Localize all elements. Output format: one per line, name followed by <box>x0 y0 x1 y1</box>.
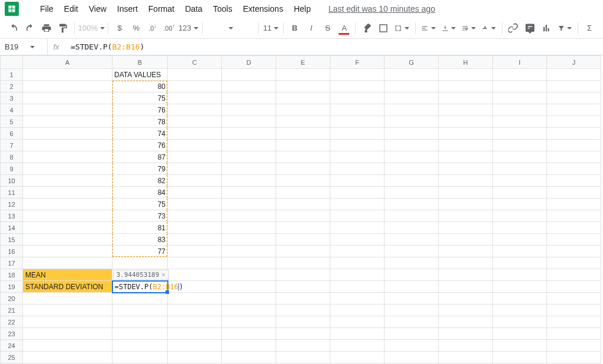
row-header-10[interactable]: 10 <box>1 175 23 187</box>
cell-E20[interactable] <box>276 293 330 305</box>
cell-J19[interactable] <box>547 281 601 293</box>
cell-C3[interactable] <box>168 92 222 104</box>
text-color-button[interactable]: A <box>336 21 352 36</box>
column-header-J[interactable]: J <box>547 56 601 69</box>
cell-C11[interactable] <box>168 187 222 198</box>
cell-A5[interactable] <box>23 116 112 128</box>
cell-A2[interactable] <box>23 81 112 92</box>
cell-D25[interactable] <box>222 352 276 363</box>
insert-link-button[interactable] <box>506 21 521 36</box>
cell-F21[interactable] <box>330 305 385 316</box>
cell-F16[interactable] <box>330 246 385 257</box>
cell-J7[interactable] <box>547 140 601 151</box>
menu-data[interactable]: Data <box>180 2 207 16</box>
column-header-A[interactable]: A <box>23 56 112 69</box>
cell-B9[interactable]: 79 <box>112 163 168 175</box>
cell-J20[interactable] <box>547 293 601 305</box>
cell-I19[interactable] <box>493 281 547 293</box>
cell-I1[interactable] <box>493 69 547 81</box>
cell-E22[interactable] <box>276 316 330 328</box>
cell-G3[interactable] <box>385 92 439 104</box>
cell-G21[interactable] <box>385 305 439 316</box>
insert-comment-button[interactable] <box>522 21 538 36</box>
row-header-22[interactable]: 22 <box>1 316 23 328</box>
cell-J12[interactable] <box>547 198 601 210</box>
cell-G17[interactable] <box>385 257 439 269</box>
cell-I3[interactable] <box>493 92 547 104</box>
cell-C16[interactable] <box>168 246 222 257</box>
merge-cells-button[interactable] <box>392 21 411 36</box>
cell-G18[interactable] <box>385 269 439 281</box>
cell-D6[interactable] <box>222 128 276 140</box>
cell-H1[interactable] <box>439 69 493 81</box>
cell-C5[interactable] <box>168 116 222 128</box>
cell-J10[interactable] <box>547 175 601 187</box>
cell-H7[interactable] <box>439 140 493 151</box>
cell-E18[interactable] <box>276 269 330 281</box>
cell-J6[interactable] <box>547 128 601 140</box>
more-formats-select[interactable]: 123 <box>178 21 198 36</box>
cell-B17[interactable] <box>112 257 168 269</box>
cell-F15[interactable] <box>330 234 385 246</box>
cell-I10[interactable] <box>493 175 547 187</box>
cell-J22[interactable] <box>547 316 601 328</box>
cell-G20[interactable] <box>385 293 439 305</box>
cell-C4[interactable] <box>168 104 222 116</box>
menu-help[interactable]: Help <box>289 2 316 16</box>
cell-G23[interactable] <box>385 328 439 340</box>
cell-B22[interactable] <box>112 316 168 328</box>
cell-J16[interactable] <box>547 246 601 257</box>
cell-A19[interactable]: STANDARD DEVIATION <box>23 281 112 293</box>
cell-A13[interactable] <box>23 210 112 222</box>
cell-I22[interactable] <box>493 316 547 328</box>
cell-A10[interactable] <box>23 175 112 187</box>
cell-J2[interactable] <box>547 81 601 92</box>
cell-D10[interactable] <box>222 175 276 187</box>
cell-D12[interactable] <box>222 198 276 210</box>
menu-file[interactable]: File <box>35 2 58 16</box>
cell-I4[interactable] <box>493 104 547 116</box>
cell-E12[interactable] <box>276 198 330 210</box>
cell-C9[interactable] <box>168 163 222 175</box>
cell-D2[interactable] <box>222 81 276 92</box>
cell-H20[interactable] <box>439 293 493 305</box>
cell-E9[interactable] <box>276 163 330 175</box>
column-header-C[interactable]: C <box>168 56 222 69</box>
cell-A16[interactable] <box>23 246 112 257</box>
cell-B8[interactable]: 87 <box>112 151 168 163</box>
cell-B13[interactable]: 73 <box>112 210 168 222</box>
cell-F18[interactable] <box>330 269 385 281</box>
cell-A24[interactable] <box>23 340 112 352</box>
cell-F19[interactable] <box>330 281 385 293</box>
cell-B5[interactable]: 78 <box>112 116 168 128</box>
cell-A4[interactable] <box>23 104 112 116</box>
cell-B15[interactable]: 83 <box>112 234 168 246</box>
cell-E7[interactable] <box>276 140 330 151</box>
cell-G5[interactable] <box>385 116 439 128</box>
cell-B19[interactable]: 3.944053189×=STDEV.P(B2:B16) <box>112 281 168 293</box>
cell-F10[interactable] <box>330 175 385 187</box>
row-header-20[interactable]: 20 <box>1 293 23 305</box>
cell-G15[interactable] <box>385 234 439 246</box>
cell-C25[interactable] <box>168 352 222 363</box>
filter-button[interactable] <box>555 21 574 36</box>
cell-E21[interactable] <box>276 305 330 316</box>
cell-F25[interactable] <box>330 352 385 363</box>
text-rotation-button[interactable] <box>479 21 498 36</box>
row-header-25[interactable]: 25 <box>1 352 23 363</box>
cell-J8[interactable] <box>547 151 601 163</box>
formula-bar[interactable]: =STDEV.P(B2:B16) <box>65 42 603 51</box>
column-header-I[interactable]: I <box>493 56 547 69</box>
row-header-8[interactable]: 8 <box>1 151 23 163</box>
menu-extensions[interactable]: Extensions <box>238 2 287 16</box>
row-header-5[interactable]: 5 <box>1 116 23 128</box>
cell-G6[interactable] <box>385 128 439 140</box>
cell-F8[interactable] <box>330 151 385 163</box>
cell-F3[interactable] <box>330 92 385 104</box>
menu-insert[interactable]: Insert <box>112 2 143 16</box>
percent-format-button[interactable]: % <box>128 21 144 36</box>
cell-J3[interactable] <box>547 92 601 104</box>
cell-H21[interactable] <box>439 305 493 316</box>
cell-A23[interactable] <box>23 328 112 340</box>
name-box[interactable]: B19 <box>0 39 47 55</box>
